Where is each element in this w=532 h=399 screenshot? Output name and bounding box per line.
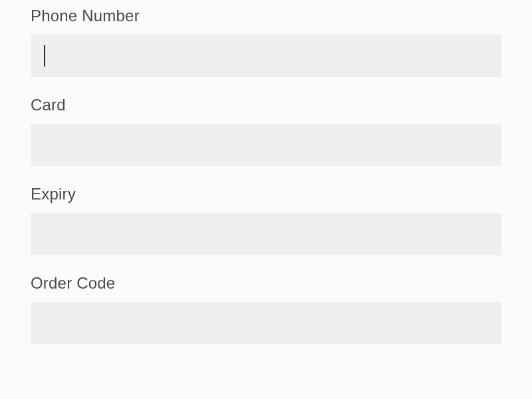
phone-number-field[interactable] [31,35,501,77]
phone-number-label: Phone Number [31,7,501,25]
order-code-field[interactable] [31,302,501,344]
card-group: Card [31,96,501,166]
card-label: Card [31,96,501,114]
card-field[interactable] [31,124,501,166]
text-cursor [44,45,45,66]
order-code-group: Order Code [31,274,501,344]
phone-number-group: Phone Number [31,7,501,77]
expiry-field[interactable] [31,213,501,255]
expiry-label: Expiry [31,185,501,203]
payment-form: Phone Number Card Expiry Order Code [0,0,532,344]
expiry-group: Expiry [31,185,501,255]
order-code-label: Order Code [31,274,501,293]
